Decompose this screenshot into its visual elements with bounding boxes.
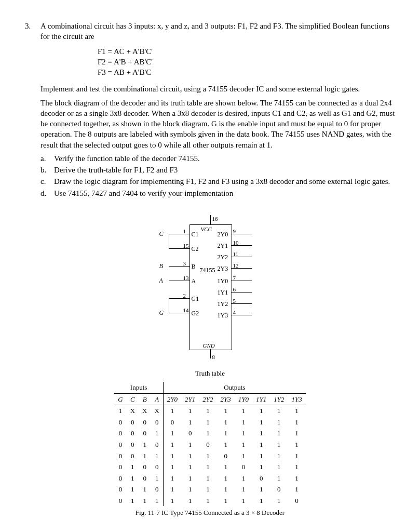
lab-1Y3: 1Y3 [218,311,228,320]
cell: 1 [151,473,163,484]
cell: 0 [252,473,270,484]
cell: 1 [288,405,305,417]
cell: 0 [288,495,305,507]
cell: 1 [252,428,270,439]
cell: 1 [217,417,235,428]
lab-C1: C1 [192,230,199,238]
lab-1Y2: 1Y2 [218,300,228,308]
col-2Y3: 2Y3 [217,393,235,405]
cell: 1 [270,405,288,417]
truth-title: Truth table [25,369,395,378]
cell: 0 [139,461,151,473]
cell: 1 [270,450,288,462]
cell: 1 [139,484,151,495]
cell: 1 [163,461,181,473]
lbl-a: a. [40,153,49,164]
cell: 1 [163,495,181,507]
cell: 1 [151,450,163,462]
cell: 1 [235,484,252,495]
cell: 1 [288,450,305,462]
cell: 0 [114,450,126,462]
sub-b: Derive the truth-table for F1, F2 and F3 [54,165,178,175]
pin-left [169,298,189,299]
pinnum-2: 2 [183,292,186,300]
sig-G2: G [159,309,164,317]
cell: 1 [252,495,270,507]
cell: 1 [288,473,305,484]
lab-B: B [192,262,196,271]
cell: 1 [151,495,163,507]
cell: 1 [127,484,139,495]
col-2Y2: 2Y2 [199,393,216,405]
join-g [169,298,169,313]
col-A: A [151,393,163,405]
pin-left [169,234,189,234]
pinnum-3: 3 [183,260,186,268]
eq-f3: F3 = AB + A'B'C [98,67,395,77]
cell: 1 [217,461,235,473]
cell: 1 [199,473,216,484]
cell: 0 [127,417,139,428]
cell: 0 [114,484,126,495]
cell: 1 [181,484,199,495]
eq-f1: F1 = AC + A'B'C' [98,46,395,57]
lbl-c: c. [40,176,49,187]
pinnum-5: 5 [233,297,236,305]
cell: 0 [235,461,252,473]
cell: 1 [235,495,252,507]
pinnum-7: 7 [233,274,236,282]
pinnum-11: 11 [233,250,239,258]
lab-2Y2: 2Y2 [218,253,228,261]
cell: 1 [163,450,181,462]
cell: 0 [114,473,126,484]
pin-vcc-line [210,215,211,224]
chip-diagram: 74155 VCC 16 GND 8 C 1 C1 15 C2 B 3 B A … [169,219,252,354]
sub-d: Use 74155, 7427 and 7404 to verify your … [54,188,233,198]
pin-left [169,266,189,267]
cell: 1 [127,473,139,484]
lab-1Y0: 1Y0 [218,277,228,285]
col-1Y0: 1Y0 [235,393,252,405]
cell: 1 [139,495,151,507]
cell: 1 [181,473,199,484]
lab-gnd: GND [203,342,215,350]
pinnum-15: 15 [183,242,189,250]
equations: F1 = AC + A'B'C' F2 = A'B + AB'C' F3 = A… [98,46,395,78]
cell: 1 [235,428,252,439]
cell: 1 [217,484,235,495]
cell: 1 [199,484,216,495]
cell: 1 [252,417,270,428]
cell: 0 [199,439,216,450]
chip-name: 74155 [200,266,215,274]
cell: 0 [127,450,139,462]
lab-2Y0: 2Y0 [218,230,228,238]
cell: 1 [163,473,181,484]
cell: 1 [235,439,252,450]
cell: 1 [199,428,216,439]
cell: 1 [252,439,270,450]
cell: 1 [217,428,235,439]
cell: 1 [217,473,235,484]
hdr-inputs: Inputs [114,382,163,393]
sub-a: Verify the function table of the decoder… [54,153,200,164]
col-1Y1: 1Y1 [252,393,270,405]
cell: 1 [163,428,181,439]
figure-area: 74155 VCC 16 GND 8 C 1 C1 15 C2 B 3 B A … [25,219,395,517]
cell: 1 [199,450,216,462]
lab-C2: C2 [192,245,199,253]
cell: 1 [127,461,139,473]
question-intro: A combinational circuit has 3 inputs: x,… [40,21,395,42]
cell: 0 [139,428,151,439]
cell: 0 [114,495,126,507]
pin-gnd-line [210,349,211,358]
cell: 1 [288,484,305,495]
cell: 1 [288,439,305,450]
cell: 1 [270,473,288,484]
cell: 1 [217,495,235,507]
cell: 0 [217,450,235,462]
cell: 1 [270,461,288,473]
hdr-outputs: Outputs [163,382,305,393]
cell: 1 [151,428,163,439]
cell: 1 [235,450,252,462]
join-c [169,234,169,248]
